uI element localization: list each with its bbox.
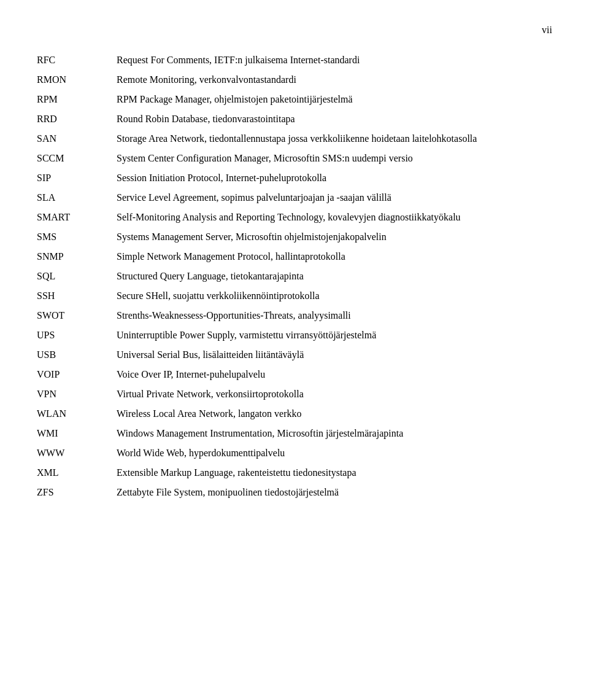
- definition: Self-Monitoring Analysis and Reporting T…: [110, 208, 552, 227]
- abbreviation: SAN: [37, 129, 110, 149]
- abbreviation: USB: [37, 345, 110, 365]
- definition: Systems Management Server, Microsoftin o…: [110, 227, 552, 247]
- definition: Virtual Private Network, verkonsiirtopro…: [110, 384, 552, 404]
- definition: World Wide Web, hyperdokumenttipalvelu: [110, 443, 552, 463]
- abbreviation: VPN: [37, 384, 110, 404]
- definition: Wireless Local Area Network, langaton ve…: [110, 404, 552, 424]
- definition: Simple Network Management Protocol, hall…: [110, 247, 552, 266]
- definition: Voice Over IP, Internet-puhelupalvelu: [110, 365, 552, 384]
- table-row: SCCMSystem Center Configuration Manager,…: [37, 149, 552, 168]
- table-row: SWOTStrenths-Weaknessess-Opportunities-T…: [37, 306, 552, 325]
- definition: System Center Configuration Manager, Mic…: [110, 149, 552, 168]
- definition: Universal Serial Bus, lisälaitteiden lii…: [110, 345, 552, 365]
- table-row: UPSUninterruptible Power Supply, varmist…: [37, 325, 552, 345]
- abbreviation: SSH: [37, 286, 110, 306]
- abbreviation: RPM: [37, 90, 110, 109]
- abbreviation: VOIP: [37, 365, 110, 384]
- abbreviation: SLA: [37, 188, 110, 208]
- abbreviation: SQL: [37, 266, 110, 286]
- table-row: XMLExtensible Markup Language, rakenteis…: [37, 463, 552, 483]
- table-row: USBUniversal Serial Bus, lisälaitteiden …: [37, 345, 552, 365]
- abbreviation: SMS: [37, 227, 110, 247]
- table-row: SLAService Level Agreement, sopimus palv…: [37, 188, 552, 208]
- table-row: RFCRequest For Comments, IETF:n julkaise…: [37, 50, 552, 70]
- page-number: vii: [37, 25, 552, 36]
- definition: Zettabyte File System, monipuolinen tied…: [110, 483, 552, 502]
- abbreviation: WWW: [37, 443, 110, 463]
- abbreviation: ZFS: [37, 483, 110, 502]
- abbreviation: SWOT: [37, 306, 110, 325]
- table-row: RRDRound Robin Database, tiedonvarastoin…: [37, 109, 552, 129]
- table-row: WMIWindows Management Instrumentation, M…: [37, 424, 552, 443]
- abbreviation: RRD: [37, 109, 110, 129]
- abbreviation: WMI: [37, 424, 110, 443]
- definition: Windows Management Instrumentation, Micr…: [110, 424, 552, 443]
- table-row: SQLStructured Query Language, tietokanta…: [37, 266, 552, 286]
- table-row: RPMRPM Package Manager, ohjelmistojen pa…: [37, 90, 552, 109]
- abbreviation: SNMP: [37, 247, 110, 266]
- abbreviation: WLAN: [37, 404, 110, 424]
- definition: Structured Query Language, tietokantaraj…: [110, 266, 552, 286]
- definition: Strenths-Weaknessess-Opportunities-Threa…: [110, 306, 552, 325]
- table-row: SANStorage Area Network, tiedontallennus…: [37, 129, 552, 149]
- definition: Service Level Agreement, sopimus palvelu…: [110, 188, 552, 208]
- table-row: WWWWorld Wide Web, hyperdokumenttipalvel…: [37, 443, 552, 463]
- table-row: SSHSecure SHell, suojattu verkkoliikennö…: [37, 286, 552, 306]
- table-row: VPNVirtual Private Network, verkonsiirto…: [37, 384, 552, 404]
- abbreviation: SMART: [37, 208, 110, 227]
- definition: Round Robin Database, tiedonvarastointit…: [110, 109, 552, 129]
- definition: Secure SHell, suojattu verkkoliikennöint…: [110, 286, 552, 306]
- table-row: VOIPVoice Over IP, Internet-puhelupalvel…: [37, 365, 552, 384]
- definition: RPM Package Manager, ohjelmistojen paket…: [110, 90, 552, 109]
- abbreviation: SIP: [37, 168, 110, 188]
- abbreviation: RFC: [37, 50, 110, 70]
- table-row: ZFSZettabyte File System, monipuolinen t…: [37, 483, 552, 502]
- abbreviation: RMON: [37, 70, 110, 90]
- table-row: SMARTSelf-Monitoring Analysis and Report…: [37, 208, 552, 227]
- abbreviation: UPS: [37, 325, 110, 345]
- table-row: WLANWireless Local Area Network, langato…: [37, 404, 552, 424]
- definition: Request For Comments, IETF:n julkaisema …: [110, 50, 552, 70]
- definition: Extensible Markup Language, rakenteistet…: [110, 463, 552, 483]
- definition: Session Initiation Protocol, Internet-pu…: [110, 168, 552, 188]
- abbreviation: SCCM: [37, 149, 110, 168]
- table-row: RMONRemote Monitoring, verkonvalvontasta…: [37, 70, 552, 90]
- table-row: SNMPSimple Network Management Protocol, …: [37, 247, 552, 266]
- definition: Uninterruptible Power Supply, varmistett…: [110, 325, 552, 345]
- definition: Remote Monitoring, verkonvalvontastandar…: [110, 70, 552, 90]
- abbreviation: XML: [37, 463, 110, 483]
- definition: Storage Area Network, tiedontallennustap…: [110, 129, 552, 149]
- table-row: SMSSystems Management Server, Microsofti…: [37, 227, 552, 247]
- acronym-table: RFCRequest For Comments, IETF:n julkaise…: [37, 50, 552, 502]
- table-row: SIPSession Initiation Protocol, Internet…: [37, 168, 552, 188]
